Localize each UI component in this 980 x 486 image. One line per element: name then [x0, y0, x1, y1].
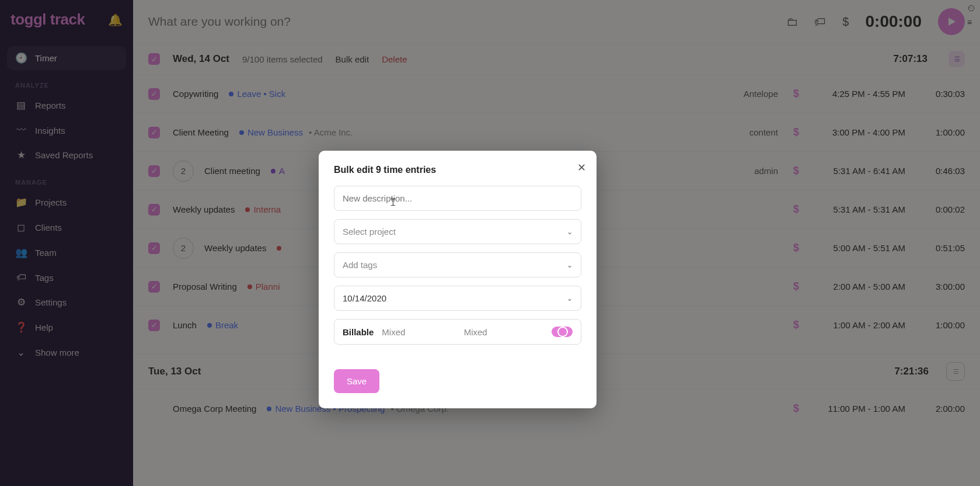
description-field[interactable] — [334, 186, 581, 211]
tags-select[interactable]: Add tags ⌄ — [334, 252, 581, 277]
chevron-down-icon: ⌄ — [567, 228, 573, 236]
date-value: 10/14/2020 — [343, 293, 386, 303]
save-button[interactable]: Save — [334, 369, 379, 393]
billable-state: Mixed — [464, 327, 487, 337]
description-input[interactable] — [343, 193, 573, 203]
bulk-edit-modal: Bulk edit 9 time entries ✕ Select projec… — [319, 151, 597, 408]
project-placeholder: Select project — [343, 227, 396, 237]
chevron-down-icon: ⌄ — [567, 294, 573, 303]
project-select[interactable]: Select project ⌄ — [334, 219, 581, 244]
chevron-down-icon: ⌄ — [567, 261, 573, 269]
billable-toggle[interactable] — [552, 327, 573, 337]
tags-placeholder: Add tags — [343, 260, 377, 270]
billable-value: Mixed — [382, 327, 405, 337]
date-field[interactable]: 10/14/2020 ⌄ — [334, 286, 581, 311]
close-icon[interactable]: ✕ — [577, 161, 586, 174]
billable-row: Billable Mixed Mixed — [334, 319, 581, 345]
modal-title: Bulk edit 9 time entries — [334, 165, 581, 175]
billable-label: Billable — [343, 327, 374, 337]
